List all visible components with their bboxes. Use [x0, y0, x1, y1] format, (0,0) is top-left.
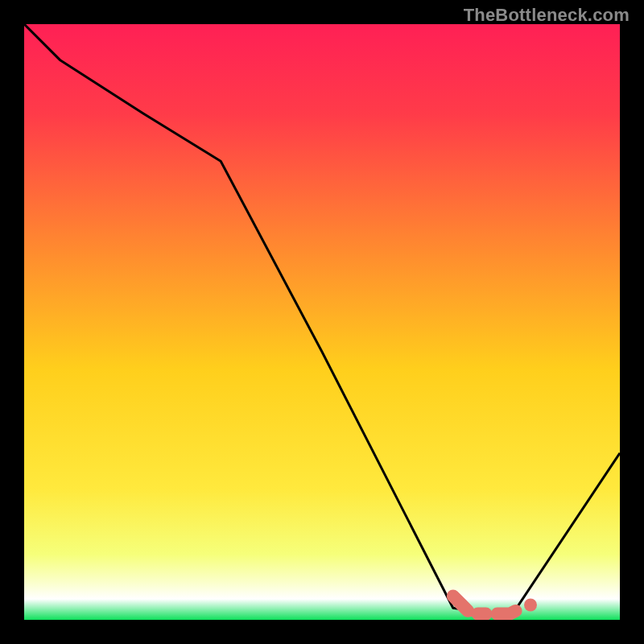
optimal-point-dot [524, 599, 537, 612]
chart-svg [24, 24, 620, 620]
watermark-label: TheBottleneck.com [464, 5, 630, 26]
plot-area [24, 24, 620, 620]
chart-frame: TheBottleneck.com [0, 0, 644, 644]
gradient-background [24, 24, 620, 620]
